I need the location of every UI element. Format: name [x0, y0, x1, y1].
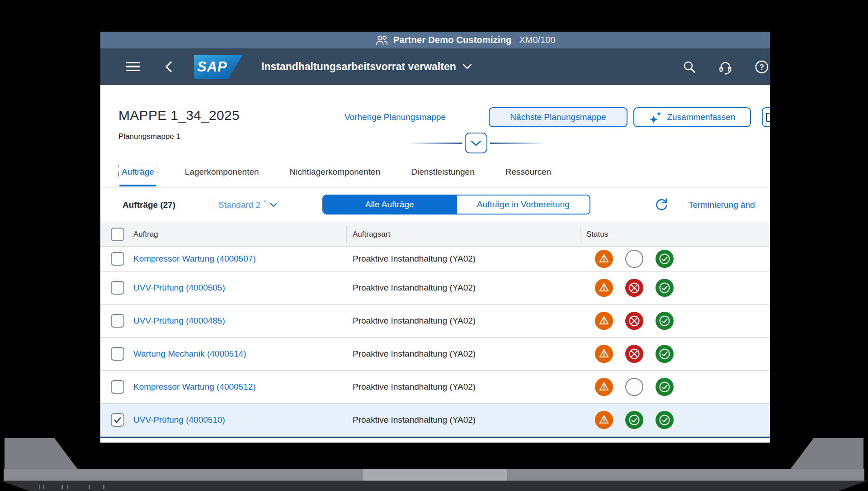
status-icons — [595, 345, 674, 363]
sap-logo: SAP — [194, 55, 243, 79]
collapse-divider-left — [407, 143, 462, 144]
checkmark-icon — [113, 415, 123, 425]
table-row[interactable]: UVV-Prüfung (4000485) Proaktive Instandh… — [100, 305, 770, 338]
laptop-base-bottom — [0, 481, 868, 491]
content-bottom-border — [100, 437, 770, 438]
select-all-checkbox[interactable] — [111, 228, 124, 241]
help-icon[interactable]: ? — [754, 59, 769, 74]
row-checkbox-checked[interactable] — [111, 413, 124, 427]
page-header: MAPPE 1_34_2025 Planungsmappe 1 Vorherig… — [100, 85, 770, 156]
frame-mark — [61, 485, 63, 489]
status-success-icon — [656, 411, 674, 429]
page-subtitle: Planungsmappe 1 — [118, 132, 180, 141]
order-link[interactable]: UVV-Prüfung (4000510) — [133, 415, 225, 425]
change-scheduling-action[interactable]: Terminierung änd — [689, 188, 755, 222]
shell-header: SAP Instandhaltungsarbeitsvorrat verwalt… — [100, 48, 770, 85]
collapse-header-button[interactable] — [465, 133, 487, 153]
column-status: Status — [586, 222, 608, 246]
status-warning-icon — [595, 378, 613, 396]
row-checkbox[interactable] — [111, 347, 124, 361]
laptop-hinge-left — [5, 438, 78, 469]
system-id: XM0/100 — [519, 35, 556, 45]
summarize-button[interactable]: Zusammenfassen — [633, 107, 751, 127]
row-checkbox[interactable] — [111, 380, 124, 394]
status-error-icon — [625, 312, 643, 330]
shell-actions: ? — [682, 48, 770, 85]
status-neutral-icon — [625, 378, 643, 396]
status-success-icon — [656, 345, 674, 363]
table-title: Aufträge (27) — [123, 188, 175, 222]
chevron-down-icon — [269, 202, 278, 207]
table-row[interactable]: Wartung Mechanik (4000514) Proaktive Ins… — [100, 338, 770, 371]
order-link[interactable]: UVV-Prüfung (4000505) — [133, 283, 225, 293]
order-link[interactable]: Kompressor Wartung (4000512) — [133, 382, 256, 392]
status-neutral-icon — [625, 250, 643, 268]
collapse-divider-right — [490, 143, 547, 144]
status-warning-icon — [595, 279, 613, 297]
status-warning-icon — [595, 411, 613, 429]
table-row[interactable]: Kompressor Wartung (4000507) Proaktive I… — [100, 247, 770, 272]
segment-orders-in-preparation[interactable]: Aufträge in Vorbereitung — [456, 195, 590, 214]
status-error-icon — [625, 345, 643, 363]
app-screen: Partner Demo Customizing XM0/100 SAP Ins… — [100, 32, 770, 443]
status-icons — [595, 250, 674, 268]
summarize-label: Zusammenfassen — [667, 112, 735, 122]
order-type: Proaktive Instandhaltung (YA02) — [353, 349, 476, 359]
app-title: Instandhaltungsarbeitsvorrat verwalten — [261, 61, 456, 73]
status-error-icon — [625, 279, 643, 297]
table-row-selected[interactable]: UVV-Prüfung (4000510) Proaktive Instandh… — [100, 404, 770, 437]
row-checkbox[interactable] — [111, 252, 124, 266]
order-filter-segmented: Alle Aufträge Aufträge in Vorbereitung — [322, 195, 590, 215]
status-icons — [595, 378, 674, 396]
chevron-down-icon — [471, 140, 481, 146]
tab-nichtlagerkomponenten[interactable]: Nichtlagerkomponenten — [287, 156, 384, 187]
variant-modified-marker: * — [264, 198, 266, 206]
order-type: Proaktive Instandhaltung (YA02) — [353, 283, 476, 293]
order-link[interactable]: Kompressor Wartung (4000507) — [133, 254, 256, 264]
app-title-menu[interactable]: Instandhaltungsarbeitsvorrat verwalten — [261, 48, 472, 85]
search-icon[interactable] — [682, 59, 697, 74]
order-type: Proaktive Instandhaltung (YA02) — [353, 382, 476, 392]
frame-mark — [39, 485, 40, 489]
row-checkbox[interactable] — [111, 281, 124, 295]
laptop-hinge-right — [790, 438, 863, 469]
segment-all-orders[interactable]: Alle Aufträge — [323, 195, 456, 214]
refresh-icon[interactable] — [654, 197, 669, 212]
column-divider — [580, 226, 580, 243]
status-icons — [595, 279, 674, 297]
column-auftragsart: Auftragsart — [353, 222, 390, 246]
support-headset-icon[interactable] — [718, 59, 733, 74]
tab-ressourcen[interactable]: Ressourcen — [502, 156, 554, 187]
frame-mark — [43, 485, 44, 489]
tab-auftraege[interactable]: Aufträge — [118, 156, 157, 187]
order-link[interactable]: UVV-Prüfung (4000485) — [133, 316, 225, 326]
table-row[interactable]: Kompressor Wartung (4000512) Proaktive I… — [100, 371, 770, 404]
tab-dienstleistungen[interactable]: Dienstleistungen — [408, 156, 477, 187]
variant-selector[interactable]: Standard 2 * — [218, 188, 278, 222]
order-link[interactable]: Wartung Mechanik (4000514) — [133, 349, 246, 359]
menu-icon[interactable] — [126, 60, 140, 73]
previous-planning-book-link[interactable]: Vorherige Planungsmappe — [344, 107, 446, 127]
table-header: Auftrag Auftragsart Status — [100, 222, 770, 247]
status-icons — [595, 312, 674, 330]
table-row[interactable]: UVV-Prüfung (4000505) Proaktive Instandh… — [100, 272, 770, 305]
next-planning-book-button[interactable]: Nächste Planungsmappe — [489, 107, 627, 127]
page-title: MAPPE 1_34_2025 — [118, 108, 240, 123]
tab-bar: Aufträge Lagerkomponenten Nichtlagerkomp… — [100, 156, 770, 188]
row-checkbox[interactable] — [111, 314, 124, 328]
frame-mark — [89, 485, 90, 489]
order-type: Proaktive Instandhaltung (YA02) — [353, 316, 476, 326]
status-success-icon — [656, 312, 674, 330]
status-warning-icon — [595, 345, 613, 363]
order-table: Kompressor Wartung (4000507) Proaktive I… — [100, 247, 770, 437]
frame-mark — [67, 485, 68, 489]
system-banner-title: Partner Demo Customizing — [393, 35, 512, 45]
back-icon[interactable] — [164, 61, 174, 75]
status-warning-icon — [595, 250, 613, 268]
status-icons — [595, 411, 674, 429]
status-success-icon — [656, 279, 674, 297]
clipped-action-button[interactable] — [762, 107, 770, 127]
tab-lagerkomponenten[interactable]: Lagerkomponenten — [182, 156, 262, 187]
status-success-icon — [625, 411, 643, 429]
column-auftrag: Auftrag — [133, 222, 158, 246]
